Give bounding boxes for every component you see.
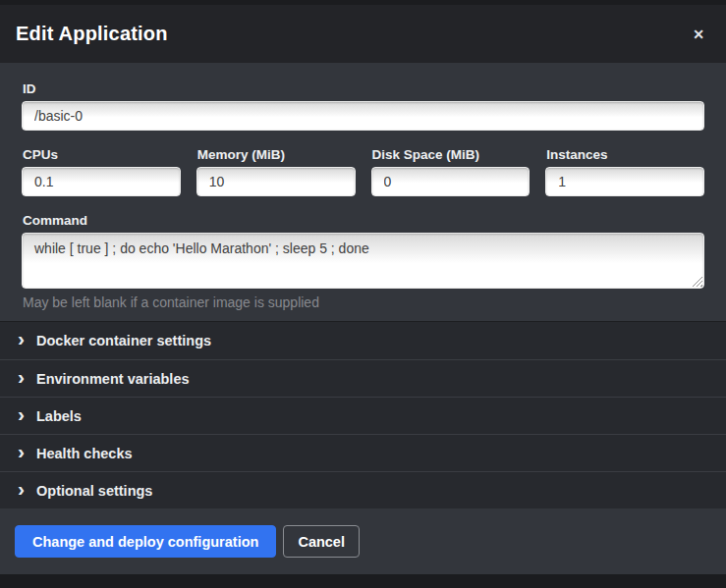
section-label: Labels (36, 408, 82, 424)
cancel-button[interactable]: Cancel (283, 525, 360, 558)
section-environment-variables[interactable]: › Environment variables (0, 359, 726, 397)
id-label: ID (23, 81, 704, 96)
change-and-deploy-button[interactable]: Change and deploy configuration (15, 525, 276, 558)
section-label: Docker container settings (36, 333, 211, 348)
cpus-label: CPUs (23, 147, 181, 162)
command-textarea[interactable]: while [ true ] ; do echo 'Hello Marathon… (22, 233, 704, 289)
disk-field-group: Disk Space (MiB) (371, 147, 531, 196)
section-optional-settings[interactable]: › Optional settings (0, 471, 726, 508)
section-label: Health checks (36, 446, 133, 461)
id-field-group: ID (22, 81, 704, 131)
instances-input[interactable] (545, 167, 704, 196)
section-label: Environment variables (36, 371, 190, 387)
id-input[interactable] (22, 101, 704, 131)
instances-field-group: Instances (545, 147, 704, 196)
instances-label: Instances (546, 147, 704, 162)
cpus-input[interactable] (22, 167, 181, 196)
disk-space-input[interactable] (371, 167, 531, 196)
modal-body: ID CPUs Memory (MiB) Disk Space (MiB) In… (0, 63, 726, 321)
modal-footer: Change and deploy configuration Cancel (0, 508, 726, 574)
command-help-text: May be left blank if a container image i… (23, 294, 704, 310)
disk-space-label: Disk Space (MiB) (372, 147, 531, 162)
section-docker-container-settings[interactable]: › Docker container settings (0, 322, 726, 359)
resources-row: CPUs Memory (MiB) Disk Space (MiB) Insta… (22, 147, 704, 196)
section-labels[interactable]: › Labels (0, 397, 726, 434)
close-icon[interactable]: ✕ (687, 24, 710, 45)
modal-header: Edit Application ✕ (0, 5, 726, 63)
section-health-checks[interactable]: › Health checks (0, 434, 726, 471)
modal-title: Edit Application (16, 23, 168, 45)
cpus-field-group: CPUs (22, 147, 181, 196)
section-label: Optional settings (36, 483, 152, 499)
command-field-group: Command while [ true ] ; do echo 'Hello … (22, 213, 704, 310)
command-label: Command (23, 213, 704, 228)
memory-label: Memory (MiB) (197, 147, 356, 162)
collapsible-sections: › Docker container settings › Environmen… (0, 321, 726, 508)
memory-field-group: Memory (MiB) (196, 147, 356, 196)
edit-application-modal: Edit Application ✕ ID CPUs Memory (MiB) … (0, 5, 726, 574)
memory-input[interactable] (196, 167, 356, 196)
command-textarea-wrapper: while [ true ] ; do echo 'Hello Marathon… (22, 233, 704, 289)
